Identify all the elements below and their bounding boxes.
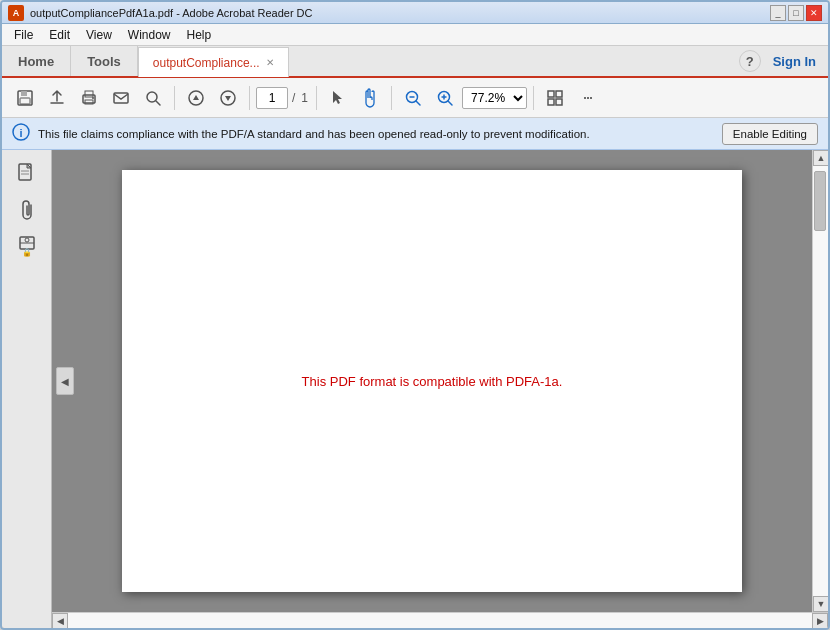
page-separator: / (290, 91, 297, 105)
info-icon: i (12, 123, 30, 141)
print-icon (80, 89, 98, 107)
security-sidebar-icon: 🔒 (17, 235, 37, 257)
scroll-up-button[interactable]: ▲ (813, 150, 828, 166)
svg-point-6 (92, 97, 94, 99)
menu-window[interactable]: Window (120, 26, 179, 44)
vertical-scrollbar: ▲ ▼ (812, 150, 828, 612)
svg-rect-1 (21, 91, 27, 96)
tab-bar-right: ? Sign In (739, 50, 828, 76)
svg-point-29 (25, 238, 29, 242)
tab-close-icon[interactable]: ✕ (266, 57, 274, 68)
email-button[interactable] (106, 83, 136, 113)
save-icon (16, 89, 34, 107)
tab-tools[interactable]: Tools (71, 46, 138, 76)
zoom-in-button[interactable] (430, 83, 460, 113)
hand-tool-button[interactable] (355, 83, 385, 113)
fit-icon (546, 89, 564, 107)
tab-file-label: outputCompliance... (153, 56, 260, 70)
pdf-content-text: This PDF format is compatible with PDFA-… (302, 374, 563, 389)
menu-view[interactable]: View (78, 26, 120, 44)
zoom-out-icon (404, 89, 422, 107)
nav-down-icon (219, 89, 237, 107)
toolbar-separator-2 (249, 86, 250, 110)
upload-button[interactable] (42, 83, 72, 113)
pdf-page: This PDF format is compatible with PDFA-… (122, 170, 742, 592)
collapse-panel-button[interactable]: ◀ (56, 367, 74, 395)
attachment-sidebar-icon (17, 199, 37, 221)
save-button[interactable] (10, 83, 40, 113)
svg-text:i: i (19, 127, 22, 139)
minimize-button[interactable]: _ (770, 5, 786, 21)
application-window: A outputCompliancePdfA1a.pdf - Adobe Acr… (0, 0, 830, 630)
cursor-button[interactable] (323, 83, 353, 113)
window-title: outputCompliancePdfA1a.pdf - Adobe Acrob… (30, 7, 764, 19)
close-button[interactable]: ✕ (806, 5, 822, 21)
menu-edit[interactable]: Edit (41, 26, 78, 44)
hscroll-track[interactable] (68, 613, 812, 628)
svg-rect-7 (114, 93, 128, 103)
search-icon (144, 89, 162, 107)
app-icon: A (8, 5, 24, 21)
zoom-out-button[interactable] (398, 83, 428, 113)
title-bar: A outputCompliancePdfA1a.pdf - Adobe Acr… (2, 2, 828, 24)
scroll-thumb[interactable] (814, 171, 826, 231)
scroll-down-button[interactable]: ▼ (813, 596, 828, 612)
zoom-level-select[interactable]: 77.2% 50% 75% 100% 125% (462, 87, 527, 109)
svg-rect-20 (556, 91, 562, 97)
print-button[interactable] (74, 83, 104, 113)
notification-text: This file claims compliance with the PDF… (38, 128, 714, 140)
svg-rect-19 (548, 91, 554, 97)
tab-bar: Home Tools outputCompliance... ✕ ? Sign … (2, 46, 828, 78)
menu-file[interactable]: File (6, 26, 41, 44)
notification-bar: i This file claims compliance with the P… (2, 118, 828, 150)
menu-bar: File Edit View Window Help (2, 24, 828, 46)
svg-rect-22 (556, 99, 562, 105)
toolbar-separator-3 (316, 86, 317, 110)
menu-help[interactable]: Help (179, 26, 220, 44)
scroll-track[interactable] (813, 166, 828, 596)
help-button[interactable]: ? (739, 50, 761, 72)
left-sidebar: 🔒 (2, 150, 52, 628)
pdf-scroll-area: ◀ This PDF format is compatible with PDF… (52, 150, 828, 612)
search-button[interactable] (138, 83, 168, 113)
horizontal-scrollbar: ◀ ▶ (52, 612, 828, 628)
toolbar-separator-1 (174, 86, 175, 110)
sidebar-page-tool[interactable] (11, 158, 43, 190)
toolbar-separator-5 (533, 86, 534, 110)
pdf-container: ◀ This PDF format is compatible with PDF… (52, 150, 828, 628)
scroll-left-button[interactable]: ◀ (52, 613, 68, 628)
svg-rect-21 (548, 99, 554, 105)
signin-button[interactable]: Sign In (769, 52, 820, 71)
pdf-area[interactable]: ◀ This PDF format is compatible with PDF… (52, 150, 812, 612)
fit-page-button[interactable] (540, 83, 570, 113)
cursor-icon (329, 89, 347, 107)
email-icon (112, 89, 130, 107)
page-number-input[interactable] (256, 87, 288, 109)
nav-up-button[interactable] (181, 83, 211, 113)
window-controls: _ □ ✕ (770, 5, 822, 21)
page-sidebar-icon (17, 163, 37, 185)
zoom-in-icon (436, 89, 454, 107)
sidebar-attachment-tool[interactable] (11, 194, 43, 226)
svg-line-18 (448, 101, 452, 105)
svg-rect-2 (20, 98, 30, 104)
toolbar-separator-4 (391, 86, 392, 110)
maximize-button[interactable]: □ (788, 5, 804, 21)
toolbar: / 1 77.2% 50% 75% 100% 125% ··· (2, 78, 828, 118)
hand-icon (361, 88, 379, 108)
upload-icon (48, 89, 66, 107)
main-area: 🔒 ◀ This PDF format is compatible with P… (2, 150, 828, 628)
nav-up-icon (187, 89, 205, 107)
sidebar-security-tool[interactable]: 🔒 (11, 230, 43, 262)
svg-text:🔒: 🔒 (22, 247, 32, 257)
nav-down-button[interactable] (213, 83, 243, 113)
tab-home[interactable]: Home (2, 46, 71, 76)
notification-icon: i (12, 123, 30, 144)
page-total: 1 (299, 91, 310, 105)
svg-rect-4 (85, 91, 93, 97)
svg-line-9 (156, 101, 160, 105)
tab-file[interactable]: outputCompliance... ✕ (138, 47, 289, 77)
scroll-right-button[interactable]: ▶ (812, 613, 828, 628)
more-tools-button[interactable]: ··· (572, 83, 602, 113)
enable-editing-button[interactable]: Enable Editing (722, 123, 818, 145)
